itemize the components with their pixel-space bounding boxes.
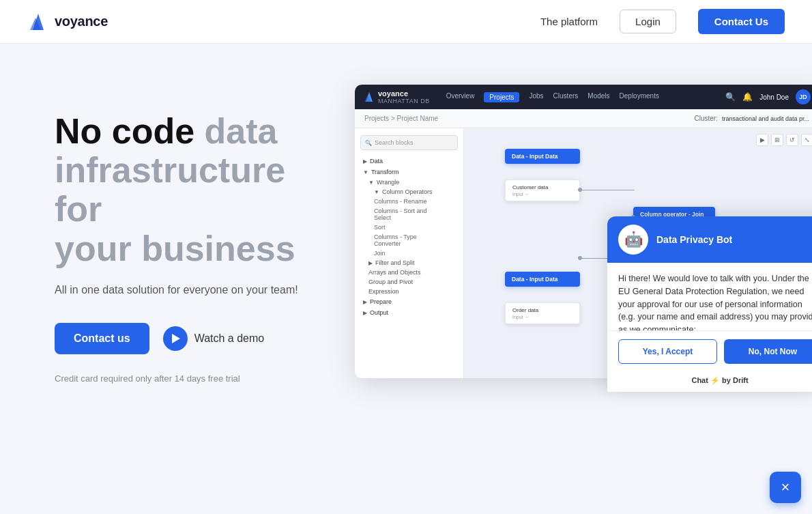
app-nav-items: Overview Projects Jobs Clusters Models D… bbox=[446, 92, 659, 102]
hero-note: Credit card required only after 14 days … bbox=[55, 373, 341, 384]
flow-node-white-sub-2: Input → bbox=[512, 315, 572, 319]
sidebar-item-output[interactable]: ▶ Output bbox=[355, 307, 463, 318]
chevron-icon: ▼ bbox=[363, 169, 368, 175]
sidebar-item-prepare[interactable]: ▶ Prepare bbox=[355, 296, 463, 307]
flow-node-order-data[interactable]: Order data Input → bbox=[505, 302, 580, 324]
canvas-toolbar: ▶ ⊞ ↺ ⤡ bbox=[756, 134, 812, 146]
app-brand: voyance MANHATTAN DB bbox=[363, 89, 430, 104]
flow-node-customer-data[interactable]: Customer data Input → bbox=[505, 180, 580, 201]
app-nav-clusters[interactable]: Clusters bbox=[553, 92, 579, 102]
sidebar-item-columns-type-converter[interactable]: Columns - Type Converter bbox=[355, 232, 463, 248]
sidebar-item-expression[interactable]: Expression bbox=[355, 287, 463, 296]
chatbot-message: Hi there! We would love to talk with you… bbox=[618, 274, 812, 331]
close-button[interactable]: × bbox=[770, 472, 801, 503]
nav-right: The platform Login Contact Us bbox=[540, 9, 785, 34]
flow-dot-1 bbox=[578, 188, 582, 192]
app-nav-jobs[interactable]: Jobs bbox=[529, 92, 543, 102]
sidebar-item-columns-rename[interactable]: Columns - Rename bbox=[355, 197, 463, 206]
canvas-grid-btn[interactable]: ⊞ bbox=[771, 134, 783, 146]
bot-title: Data Privacy Bot bbox=[656, 234, 732, 245]
canvas-zoom-btn[interactable]: ⤡ bbox=[801, 134, 812, 146]
sidebar-item-arrays-objects[interactable]: Arrays and Objects bbox=[355, 268, 463, 277]
logo: voyance bbox=[27, 11, 108, 33]
platform-link[interactable]: The platform bbox=[540, 16, 598, 27]
sidebar-item-sort[interactable]: Sort bbox=[355, 223, 463, 232]
app-sidebar: 🔍 Search blocks ▶ Data ▼ Transform ▼ Wra… bbox=[355, 128, 464, 378]
watch-demo-label: Watch a demo bbox=[194, 332, 265, 345]
chatbot-footer: Chat ⚡ by Drift bbox=[607, 372, 812, 392]
chatbot-footer-by: by bbox=[722, 376, 731, 384]
main-content: No code datainfrastructure foryour busin… bbox=[0, 44, 812, 384]
app-brand-text: voyance bbox=[378, 89, 430, 98]
chevron-icon: ▼ bbox=[374, 189, 379, 195]
app-screenshot-area: voyance MANHATTAN DB Overview Projects J… bbox=[355, 85, 812, 378]
breadcrumb: Projects > Project Name bbox=[364, 115, 438, 122]
sidebar-item-data[interactable]: ▶ Data bbox=[355, 156, 463, 167]
app-user-avatar: JD bbox=[796, 89, 811, 104]
hero-section: No code datainfrastructure foryour busin… bbox=[55, 98, 341, 384]
flow-node-input-data-1[interactable]: Data - Input Data bbox=[505, 149, 580, 164]
hero-title: No code datainfrastructure foryour busin… bbox=[55, 112, 341, 268]
flow-node-white-sub-1: Input → bbox=[512, 192, 572, 197]
chatbot-body: Hi there! We would love to talk with you… bbox=[607, 263, 812, 331]
decline-button[interactable]: No, Not Now bbox=[724, 339, 812, 364]
play-triangle bbox=[172, 334, 180, 343]
chatbot-footer-brand[interactable]: Drift bbox=[733, 376, 749, 384]
cluster-value: transactional and audit data pr... bbox=[722, 115, 809, 122]
app-secondbar: Projects > Project Name Cluster: transac… bbox=[355, 109, 812, 128]
connector-line-1 bbox=[580, 190, 635, 190]
accept-button[interactable]: Yes, I Accept bbox=[618, 339, 717, 364]
sidebar-item-join[interactable]: Join bbox=[355, 248, 463, 258]
app-nav-models[interactable]: Models bbox=[588, 92, 609, 102]
app-brand-text-group: voyance MANHATTAN DB bbox=[378, 89, 430, 104]
search-icon-small: 🔍 bbox=[365, 140, 372, 146]
flow-node-white-label-2: Order data bbox=[512, 307, 572, 313]
chevron-icon: ▼ bbox=[368, 180, 374, 186]
flow-dot-3 bbox=[578, 256, 582, 260]
sidebar-item-transform[interactable]: ▼ Transform bbox=[355, 167, 463, 177]
contact-us-button[interactable]: Contact Us bbox=[698, 9, 785, 34]
sidebar-item-wrangle[interactable]: ▼ Wrangle bbox=[355, 177, 463, 187]
hero-subtitle: All in one data solution for everyone on… bbox=[55, 282, 341, 298]
logo-text: voyance bbox=[55, 14, 108, 29]
sidebar-item-group-pivot[interactable]: Group and Pivot bbox=[355, 277, 463, 287]
app-user-name: John Doe bbox=[759, 94, 789, 101]
play-icon bbox=[163, 326, 188, 351]
search-placeholder: Search blocks bbox=[375, 139, 414, 146]
canvas-refresh-btn[interactable]: ↺ bbox=[786, 134, 798, 146]
contact-us-hero-button[interactable]: Contact us bbox=[55, 323, 149, 354]
chatbot-widget: 🤖 Data Privacy Bot Hi there! We would lo… bbox=[607, 216, 812, 392]
navbar: voyance The platform Login Contact Us bbox=[0, 0, 812, 44]
chevron-icon: ▶ bbox=[363, 158, 367, 165]
chatbot-header: 🤖 Data Privacy Bot bbox=[607, 216, 812, 263]
canvas-play-btn[interactable]: ▶ bbox=[756, 134, 768, 146]
bell-icon[interactable]: 🔔 bbox=[742, 92, 753, 102]
app-topbar: voyance MANHATTAN DB Overview Projects J… bbox=[355, 85, 812, 109]
app-nav-projects[interactable]: Projects bbox=[484, 92, 519, 102]
flow-node-label-1: Data - Input Data bbox=[512, 153, 573, 160]
sidebar-item-columns-sort-select[interactable]: Columns - Sort and Select bbox=[355, 206, 463, 223]
search-icon[interactable]: 🔍 bbox=[725, 92, 736, 102]
app-search[interactable]: 🔍 Search blocks bbox=[360, 135, 458, 150]
chatbot-actions: Yes, I Accept No, Not Now bbox=[607, 331, 812, 372]
bot-avatar: 🤖 bbox=[618, 225, 648, 255]
app-nav-overview[interactable]: Overview bbox=[446, 92, 475, 102]
flow-node-white-label-1: Customer data bbox=[512, 184, 572, 190]
app-topbar-right: 🔍 🔔 John Doe JD bbox=[725, 89, 811, 104]
cluster-label: Cluster: bbox=[694, 115, 717, 122]
app-brand-icon bbox=[363, 91, 375, 103]
chevron-icon: ▶ bbox=[363, 310, 367, 316]
login-button[interactable]: Login bbox=[620, 10, 676, 33]
flow-node-input-data-2[interactable]: Data - Input Data bbox=[505, 272, 580, 287]
watch-demo-button[interactable]: Watch a demo bbox=[163, 326, 265, 351]
flow-node-label-2: Data - Input Data bbox=[512, 276, 573, 283]
sidebar-item-column-operators[interactable]: ▼ Column Operators bbox=[355, 187, 463, 197]
chatbot-footer-text: Chat bbox=[691, 376, 708, 384]
chevron-icon: ▶ bbox=[363, 299, 367, 305]
sidebar-item-filter-split[interactable]: ▶ Filter and Split bbox=[355, 258, 463, 268]
app-nav-deployments[interactable]: Deployments bbox=[620, 92, 659, 102]
logo-icon bbox=[27, 11, 49, 33]
chatbot-footer-emoji: ⚡ bbox=[710, 376, 720, 384]
hero-title-bold: No code bbox=[55, 111, 194, 151]
app-brand-sub: MANHATTAN DB bbox=[378, 98, 430, 104]
